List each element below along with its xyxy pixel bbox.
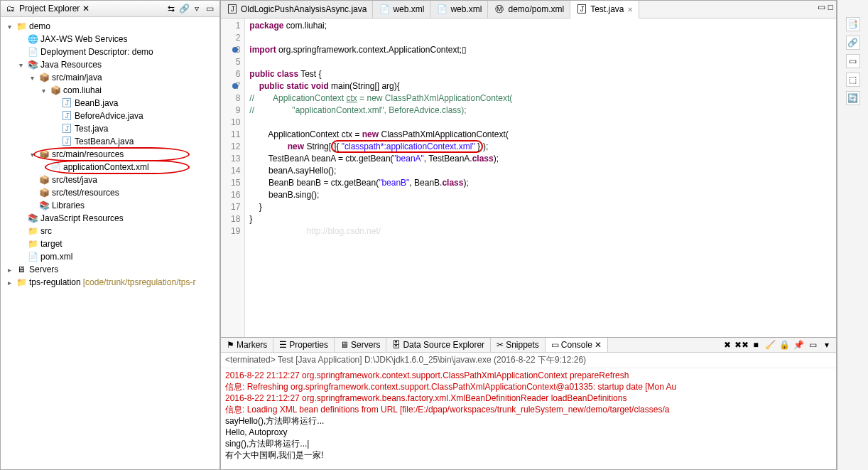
minimize-icon[interactable]: ▭: [204, 3, 215, 14]
editor-tab[interactable]: Ⓜdemo/pom.xml: [488, 1, 570, 18]
src-main-java[interactable]: ▾📦src/main/java: [2, 71, 218, 84]
remove-launch-icon[interactable]: ✖: [721, 338, 734, 351]
tree-label: TestBeanA.java: [75, 137, 134, 146]
jaxws-node[interactable]: 🌐JAX-WS Web Services: [2, 33, 218, 46]
scroll-lock-icon[interactable]: 🔒: [778, 338, 791, 351]
maximize-icon[interactable]: □: [828, 2, 833, 16]
src-test-java[interactable]: 📦src/test/java: [2, 173, 218, 186]
tab-label: OldLogicPushAnalysisAsync.java: [241, 4, 367, 14]
expander-icon[interactable]: ▾: [16, 60, 25, 69]
minimize-icon[interactable]: ▭: [818, 2, 825, 16]
expander-icon[interactable]: ▾: [28, 73, 36, 82]
view-label: Properties: [289, 340, 328, 350]
tree-label: src/main/resources: [52, 149, 124, 159]
open-console-icon[interactable]: ▾: [820, 338, 833, 351]
package-com-liuhai[interactable]: ▾📦com.liuhai: [2, 84, 218, 97]
console-header: <terminated> Test [Java Application] D:\…: [221, 353, 836, 368]
expander-icon: [50, 124, 59, 133]
expander-icon[interactable]: ▸: [5, 278, 13, 287]
folder-target[interactable]: 📁target: [2, 237, 218, 250]
tree-label: Test.java: [75, 124, 108, 134]
code-content[interactable]: package com.liuhai; import org.springfra…: [245, 18, 516, 337]
view-tab-servers[interactable]: 🖥Servers: [335, 338, 386, 352]
editor-tab[interactable]: 📄web.xml: [373, 1, 430, 18]
expander-icon[interactable]: ▾: [5, 22, 13, 31]
view-tab-snippets[interactable]: ✂Snippets: [491, 338, 546, 352]
file-testbeana[interactable]: 🄹TestBeanA.java: [2, 135, 218, 148]
tree-label: src: [40, 226, 52, 236]
src-main-resources[interactable]: ▾📦src/main/resources: [2, 148, 218, 161]
expander-icon: [16, 252, 25, 261]
project-demo[interactable]: ▾📁demo: [2, 20, 218, 33]
view-icon: ⚑: [227, 340, 234, 350]
file-test[interactable]: 🄹Test.java: [2, 122, 218, 135]
pin-console-icon[interactable]: 📌: [792, 338, 805, 351]
file-icon: 📄: [379, 4, 390, 15]
breakpoint-icon[interactable]: [232, 47, 238, 53]
expander-icon: [50, 137, 59, 146]
editor-tabs: 🄹OldLogicPushAnalysisAsync.java📄web.xml📄…: [221, 1, 836, 18]
tree-icon: 🄹: [61, 123, 72, 134]
expander-icon[interactable]: ▾: [28, 150, 36, 159]
console-output[interactable]: 2016-8-22 21:12:27 org.springframework.c…: [221, 368, 836, 469]
project-tps[interactable]: ▸📁tps-regulation [code/trunk/tpsregulati…: [2, 276, 218, 289]
editor-tab[interactable]: 📄web.xml: [430, 1, 488, 18]
view-tab-console[interactable]: ▭Console ✕: [546, 338, 608, 352]
clear-console-icon[interactable]: 🧹: [764, 338, 776, 351]
view-icon: ☰: [279, 340, 287, 350]
java-resources[interactable]: ▾📚Java Resources: [2, 58, 218, 71]
right-tool-0[interactable]: 📑: [846, 17, 860, 31]
view-tab-properties[interactable]: ☰Properties: [273, 338, 335, 352]
right-tool-2[interactable]: ▭: [846, 54, 860, 68]
close-icon[interactable]: ✕: [595, 340, 602, 350]
right-tool-3[interactable]: ⬚: [846, 73, 860, 87]
file-appcontext[interactable]: 📄applicationContext.xml: [2, 161, 218, 173]
console-line: 信息: Refreshing org.springframework.conte…: [225, 381, 832, 392]
collapse-all-icon[interactable]: ⇆: [166, 3, 177, 14]
deployment-descriptor[interactable]: 📄Deployment Descriptor: demo: [2, 46, 218, 58]
view-tab-data-source-explorer[interactable]: 🗄Data Source Explorer: [386, 338, 491, 352]
display-selected-icon[interactable]: ▭: [806, 338, 819, 351]
project-tree[interactable]: ▾📁demo🌐JAX-WS Web Services📄Deployment De…: [1, 17, 219, 469]
src-test-resources[interactable]: 📦src/test/resources: [2, 186, 218, 199]
view-label: Snippets: [506, 340, 539, 350]
close-icon[interactable]: ✕: [627, 6, 633, 14]
tab-label: web.xml: [450, 4, 482, 14]
editor-area: 🄹OldLogicPushAnalysisAsync.java📄web.xml📄…: [220, 0, 837, 470]
tree-label: JAX-WS Web Services: [40, 34, 127, 44]
tree-label: Deployment Descriptor: demo: [40, 47, 153, 57]
file-beanb[interactable]: 🄹BeanB.java: [2, 97, 218, 110]
terminate-icon[interactable]: ■: [749, 338, 762, 351]
tree-icon: 📦: [38, 72, 50, 83]
expander-icon[interactable]: ▸: [5, 265, 13, 274]
view-tab-markers[interactable]: ⚑Markers: [221, 338, 273, 352]
editor-tab[interactable]: 🄹Test.java✕: [570, 1, 639, 18]
tree-icon: 📁: [16, 21, 27, 32]
editor-body[interactable]: 1235678910111213141516171819 package com…: [221, 18, 836, 337]
right-tool-1[interactable]: 🔗: [846, 36, 860, 50]
tree-icon: 📁: [27, 238, 38, 250]
console-line: 2016-8-22 21:12:27 org.springframework.c…: [225, 370, 832, 381]
expander-icon[interactable]: ▾: [39, 86, 48, 95]
bottom-tabs: ⚑Markers☰Properties🖥Servers🗄Data Source …: [221, 338, 836, 353]
console-line: sing(),方法即将运行...|: [225, 438, 832, 449]
file-pom[interactable]: 📄pom.xml: [2, 250, 218, 263]
right-tool-4[interactable]: 🔄: [846, 91, 860, 105]
folder-src[interactable]: 📁src: [2, 225, 218, 237]
remove-all-icon[interactable]: ✖✖: [735, 338, 748, 351]
tree-label: applicationContext.xml: [63, 162, 149, 172]
js-resources[interactable]: 📚JavaScript Resources: [2, 212, 218, 225]
tree-icon: 📄: [27, 46, 38, 58]
tree-label: pom.xml: [40, 252, 72, 262]
tree-icon: 📁: [16, 277, 27, 288]
view-menu-icon[interactable]: ▿: [191, 3, 202, 14]
link-editor-icon[interactable]: 🔗: [178, 3, 190, 14]
tab-label: demo/pom.xml: [508, 4, 564, 14]
file-beforeadvice[interactable]: 🄹BeforeAdvice.java: [2, 110, 218, 122]
editor-tab[interactable]: 🄹OldLogicPushAnalysisAsync.java: [221, 1, 373, 18]
servers-node[interactable]: ▸🖥Servers: [2, 263, 218, 276]
tree-icon: 📁: [27, 225, 38, 237]
breakpoint-icon[interactable]: [232, 83, 238, 89]
libraries[interactable]: 📚Libraries: [2, 199, 218, 212]
tree-label: Libraries: [52, 201, 85, 210]
